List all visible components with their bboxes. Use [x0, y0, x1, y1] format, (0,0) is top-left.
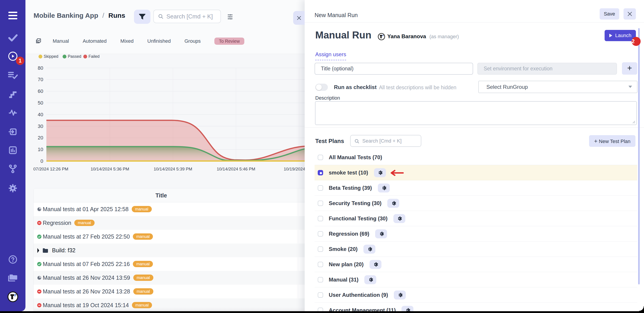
- svg-text:0: 0: [40, 158, 43, 164]
- svg-text:80: 80: [38, 65, 43, 71]
- svg-text:10/14/2024 5:36 PM: 10/14/2024 5:36 PM: [90, 167, 129, 171]
- svg-text:10: 10: [38, 147, 43, 152]
- svg-text:10/14/2024 5:46 PM: 10/14/2024 5:46 PM: [216, 167, 255, 171]
- svg-text:50: 50: [38, 100, 43, 106]
- svg-text:07/2024 12:26 PM: 07/2024 12:26 PM: [33, 167, 68, 171]
- svg-text:20: 20: [38, 135, 43, 141]
- svg-text:30: 30: [38, 124, 43, 129]
- svg-text:10/14/2024 5:39 PM: 10/14/2024 5:39 PM: [154, 167, 192, 171]
- svg-text:40: 40: [38, 112, 43, 117]
- svg-text:70: 70: [38, 77, 43, 82]
- svg-text:10/19/2024: 10/19/2024: [284, 167, 305, 171]
- svg-text:60: 60: [38, 88, 43, 94]
